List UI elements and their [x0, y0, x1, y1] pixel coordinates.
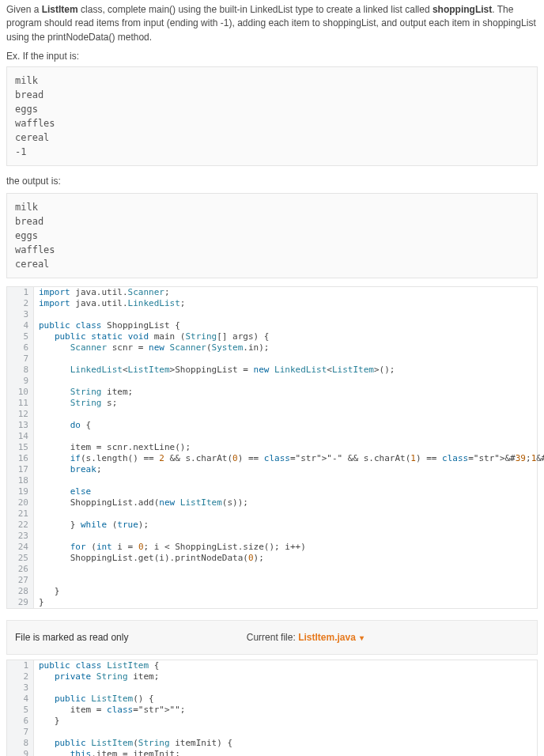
example-input-box: milkbreadeggswafflescereal-1: [6, 66, 538, 166]
code-text: Scanner scnr = new Scanner(System.in);: [34, 342, 537, 353]
line-number: 8: [7, 365, 34, 376]
line-number: 6: [7, 342, 34, 353]
mono-line: waffles: [15, 116, 529, 130]
code-text: String s;: [34, 398, 537, 409]
code-line: 5 public static void main (String[] args…: [7, 331, 537, 342]
code-line: 25 ShoppingList.get(i).printNodeData(0);: [7, 553, 537, 564]
prompt-text: class, complete main() using the built-i…: [78, 4, 433, 15]
code-line: 17 break;: [7, 464, 537, 475]
line-number: 5: [7, 331, 34, 342]
code-text: item = class="str">"";: [34, 705, 537, 716]
code-text: public class ShoppingList {: [34, 320, 537, 331]
line-number: 1: [7, 287, 34, 298]
code-line: 24 for (int i = 0; i < ShoppingList.size…: [7, 542, 537, 553]
code-line: 29}: [7, 597, 537, 608]
code-line: 12: [7, 409, 537, 420]
prompt-bold-shoppinglist: shoppingList: [433, 4, 492, 15]
mono-line: cereal: [15, 130, 529, 145]
prompt-bold-listitem: ListItem: [42, 4, 78, 15]
line-number: 14: [7, 431, 34, 442]
code-text: [34, 575, 537, 586]
line-number: 13: [7, 420, 34, 431]
line-number: 7: [7, 353, 34, 365]
mono-line: milk: [15, 74, 529, 88]
line-number: 6: [7, 716, 34, 727]
chevron-down-icon: ▾: [357, 633, 364, 642]
code-line: 23: [7, 531, 537, 542]
code-line: 6 Scanner scnr = new Scanner(System.in);: [7, 342, 537, 353]
code-line: 8 LinkedList<ListItem>ShoppingList = new…: [7, 365, 537, 376]
mono-line: bread: [15, 214, 529, 229]
code-line: 18: [7, 475, 537, 486]
code-line: 6 }: [7, 716, 537, 727]
current-file-prefix: Current file:: [247, 632, 296, 643]
line-number: 29: [7, 597, 34, 608]
code-line: 9: [7, 376, 537, 387]
code-text: public class ListItem {: [34, 660, 537, 671]
code-line: 2 private String item;: [7, 671, 537, 682]
code-text: [34, 508, 537, 520]
code-text: [34, 309, 537, 320]
line-number: 28: [7, 586, 34, 597]
example-output-box: milkbreadeggswafflescereal: [6, 193, 538, 278]
current-file-dropdown[interactable]: ListItem.java ▾: [298, 632, 363, 643]
code-text: [34, 682, 537, 694]
line-number: 25: [7, 553, 34, 564]
code-line: 4public class ShoppingList {: [7, 320, 537, 331]
code-text: [34, 531, 537, 542]
line-number: 12: [7, 409, 34, 420]
mono-line: waffles: [15, 243, 529, 257]
code-line: 3: [7, 309, 537, 320]
line-number: 8: [7, 738, 34, 749]
mono-line: eggs: [15, 229, 529, 243]
code-text: public ListItem(String itemInit) {: [34, 738, 537, 749]
code-text: if(s.length() == 2 && s.charAt(0) == cla…: [34, 453, 544, 464]
line-number: 3: [7, 682, 34, 694]
line-number: 10: [7, 387, 34, 398]
readonly-label: File is marked as read only: [15, 632, 128, 643]
code-text: this.item = itemInit;: [34, 749, 537, 756]
code-line: 4 public ListItem() {: [7, 694, 537, 705]
code-text: String item;: [34, 387, 537, 398]
code-text: ShoppingList.add(new ListItem(s));: [34, 497, 537, 508]
code-text: item = scnr.nextLine();: [34, 442, 537, 453]
code-line: 19 else: [7, 486, 537, 497]
line-number: 18: [7, 475, 34, 486]
code-line: 20 ShoppingList.add(new ListItem(s));: [7, 497, 537, 508]
code-line: 22 } while (true);: [7, 520, 537, 531]
code-text: LinkedList<ListItem>ShoppingList = new L…: [34, 365, 537, 376]
code-line: 7: [7, 727, 537, 738]
line-number: 11: [7, 398, 34, 409]
code-line: 9 this.item = itemInit;: [7, 749, 537, 756]
code-text: ShoppingList.get(i).printNodeData(0);: [34, 553, 537, 564]
code-line: 21: [7, 508, 537, 520]
line-number: 7: [7, 727, 34, 738]
mono-line: milk: [15, 200, 529, 214]
mono-line: cereal: [15, 257, 529, 271]
code-line: 2import java.util.LinkedList;: [7, 298, 537, 309]
line-number: 9: [7, 376, 34, 387]
code-text: else: [34, 486, 537, 497]
code-line: 1import java.util.Scanner;: [7, 287, 537, 298]
line-number: 21: [7, 508, 34, 520]
code-line: 11 String s;: [7, 398, 537, 409]
code-line: 7: [7, 353, 537, 365]
code-text: }: [34, 716, 537, 727]
line-number: 16: [7, 453, 34, 464]
mono-line: -1: [15, 145, 529, 159]
example-output-label: the output is:: [0, 174, 544, 193]
code-text: }: [34, 597, 537, 608]
code-text: public ListItem() {: [34, 694, 537, 705]
code-text: [34, 376, 537, 387]
code-line: 10 String item;: [7, 387, 537, 398]
mono-line: eggs: [15, 102, 529, 116]
code-line: 3: [7, 682, 537, 694]
code-editor-shoppinglist[interactable]: 1import java.util.Scanner;2import java.u…: [6, 286, 538, 609]
code-line: 13 do {: [7, 420, 537, 431]
file-header: File is marked as read only Current file…: [6, 620, 538, 655]
mono-line: bread: [15, 88, 529, 102]
problem-description: Given a ListItem class, complete main() …: [0, 0, 544, 49]
code-text: break;: [34, 464, 537, 475]
code-text: [34, 431, 537, 442]
prompt-text: Given a: [6, 4, 42, 15]
